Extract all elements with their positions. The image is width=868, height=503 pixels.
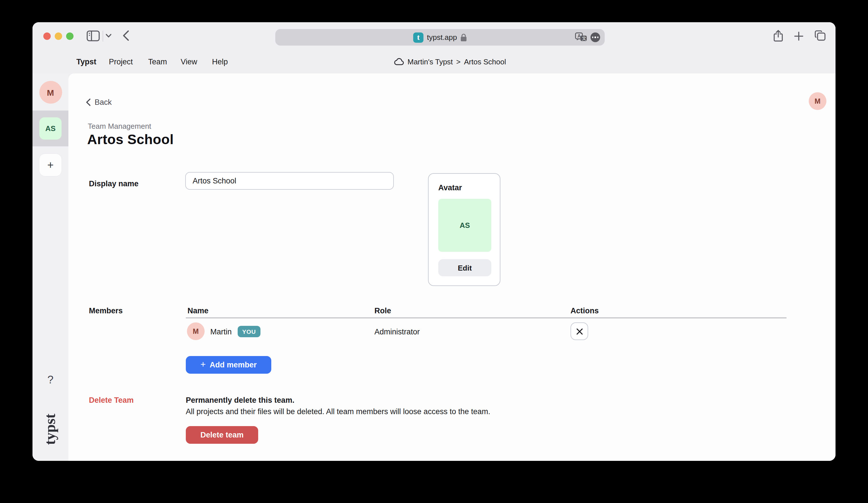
delete-team-description: All projects and their files will be del… [186,407,490,416]
svg-text:A: A [577,34,581,39]
menu-project[interactable]: Project [109,50,133,73]
back-link[interactable]: Back [86,98,112,106]
browser-chrome: t typst.app A [32,22,836,73]
translate-icon[interactable]: A 文 [575,32,587,42]
avatar-card: Avatar AS Edit [428,173,500,286]
site-favicon: t [413,32,423,42]
tab-overview-icon[interactable] [814,30,826,41]
lock-icon [461,33,467,41]
plus-icon: + [200,360,206,369]
breadcrumb: Martin's Typst > Artos School [394,50,506,73]
you-badge: YOU [238,326,260,337]
table-header-divider [186,317,786,318]
cloud-icon [394,58,404,65]
member-role: Administrator [374,327,420,336]
url-host: typst.app [427,33,457,42]
display-name-label: Display name [89,179,138,188]
breadcrumb-workspace[interactable]: Martin's Typst [407,57,453,66]
column-header-actions: Actions [570,306,599,315]
page-title: Artos School [87,132,174,148]
new-tab-icon[interactable] [794,31,804,41]
browser-back-icon[interactable] [123,30,130,41]
page-settings-icon[interactable] [590,32,600,42]
section-label: Team Management [88,122,151,130]
sidebar-add-team-button[interactable]: + [39,154,62,176]
sidebar-team-avatar[interactable]: AS [39,117,62,139]
display-name-input[interactable] [185,172,394,190]
account-avatar[interactable]: M [809,92,826,110]
chevron-down-icon[interactable] [105,34,112,38]
sidebar-toggle-icon[interactable] [87,30,100,42]
workspace-sidebar: M AS + ? typst [32,73,69,461]
chrome-divider [103,31,103,42]
screen: t typst.app A [0,0,868,503]
avatar-edit-button[interactable]: Edit [438,259,491,276]
share-icon[interactable] [773,30,783,42]
team-avatar-preview: AS [438,199,491,252]
breadcrumb-separator: > [456,57,461,66]
traffic-light-zoom[interactable] [66,32,73,40]
team-management-page: Back M Team Management Artos School Disp… [69,73,836,461]
avatar-card-title: Avatar [438,184,462,192]
typst-logo: typst [32,407,69,452]
menu-help[interactable]: Help [212,50,228,73]
delete-team-button[interactable]: Delete team [186,426,258,444]
chevron-left-icon [86,98,91,106]
column-header-role: Role [374,306,391,315]
app-menubar: Typst Project Team View Help Martin's Ty… [32,50,836,73]
url-bar[interactable]: t typst.app A [275,29,605,45]
add-member-label: Add member [210,360,257,369]
member-avatar: M [187,322,205,340]
delete-team-label: Delete Team [89,396,134,405]
browser-window: t typst.app A [32,22,836,461]
traffic-light-minimize[interactable] [55,32,62,40]
close-icon [576,328,583,335]
svg-text:文: 文 [582,36,586,41]
menu-team[interactable]: Team [148,50,167,73]
remove-member-button[interactable] [570,322,588,340]
breadcrumb-team[interactable]: Artos School [464,57,506,66]
members-label: Members [89,306,123,315]
help-icon[interactable]: ? [32,374,69,386]
traffic-light-close[interactable] [43,32,51,40]
menu-view[interactable]: View [181,50,197,73]
column-header-name: Name [187,306,209,315]
delete-team-heading: Permanently delete this team. [186,396,294,405]
sidebar-user-avatar[interactable]: M [39,81,62,104]
member-name: Martin [210,327,232,336]
back-label: Back [95,98,112,106]
menu-typst[interactable]: Typst [76,50,96,73]
add-member-button[interactable]: + Add member [186,356,271,374]
